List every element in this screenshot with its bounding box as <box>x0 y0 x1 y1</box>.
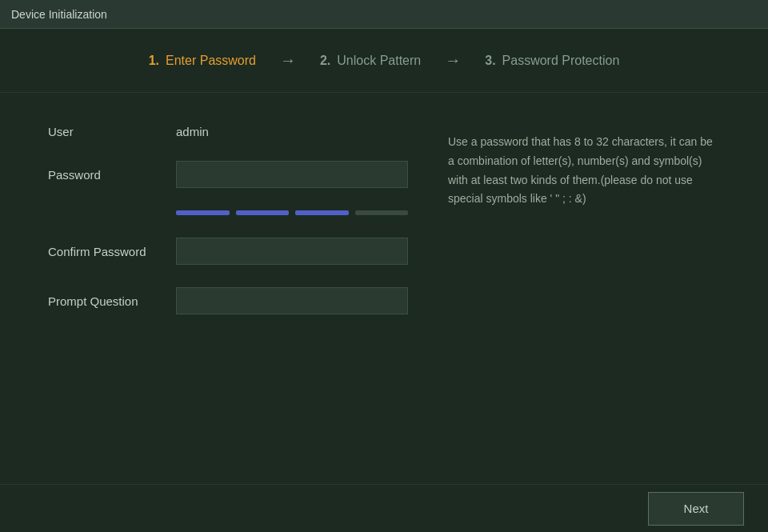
user-label: User <box>48 125 176 138</box>
confirm-password-input[interactable] <box>176 238 408 265</box>
next-button[interactable]: Next <box>648 492 744 526</box>
title-bar-text: Device Initialization <box>11 8 107 21</box>
step-3: 3. Password Protection <box>485 54 619 68</box>
step-1-number: 1. <box>149 54 159 68</box>
step-2-number: 2. <box>320 54 330 68</box>
password-label: Password <box>48 168 176 182</box>
bottom-bar: Next <box>0 484 768 532</box>
step-1-label: Enter Password <box>166 54 256 68</box>
password-row: Password <box>48 161 416 188</box>
strength-bar <box>176 210 408 215</box>
step-2: 2. Unlock Pattern <box>320 54 421 68</box>
strength-segment-4 <box>355 210 409 215</box>
strength-segment-2 <box>236 210 290 215</box>
step-3-number: 3. <box>485 54 495 68</box>
step-3-label: Password Protection <box>502 54 620 68</box>
confirm-password-row: Confirm Password <box>48 238 416 265</box>
step-1: 1. Enter Password <box>149 54 256 68</box>
strength-segment-3 <box>295 210 349 215</box>
step-2-label: Unlock Pattern <box>337 54 421 68</box>
form-area: User admin Password Confirm Password <box>0 93 768 484</box>
form-fields: User admin Password Confirm Password <box>48 125 416 452</box>
step-arrow-2: → <box>445 51 461 70</box>
steps-bar: 1. Enter Password → 2. Unlock Pattern → … <box>0 29 768 93</box>
step-arrow-1: → <box>280 51 296 70</box>
prompt-question-row: Prompt Question <box>48 287 416 314</box>
user-row: User admin <box>48 125 416 138</box>
strength-bar-container <box>176 210 416 215</box>
prompt-question-input[interactable] <box>176 287 408 314</box>
confirm-password-label: Confirm Password <box>48 245 176 258</box>
strength-segment-1 <box>176 210 230 215</box>
main-content: 1. Enter Password → 2. Unlock Pattern → … <box>0 29 768 532</box>
prompt-question-label: Prompt Question <box>48 294 176 308</box>
password-input[interactable] <box>176 161 408 188</box>
help-text: Use a password that has 8 to 32 characte… <box>448 125 720 452</box>
user-value: admin <box>176 125 209 138</box>
title-bar: Device Initialization <box>0 0 768 29</box>
